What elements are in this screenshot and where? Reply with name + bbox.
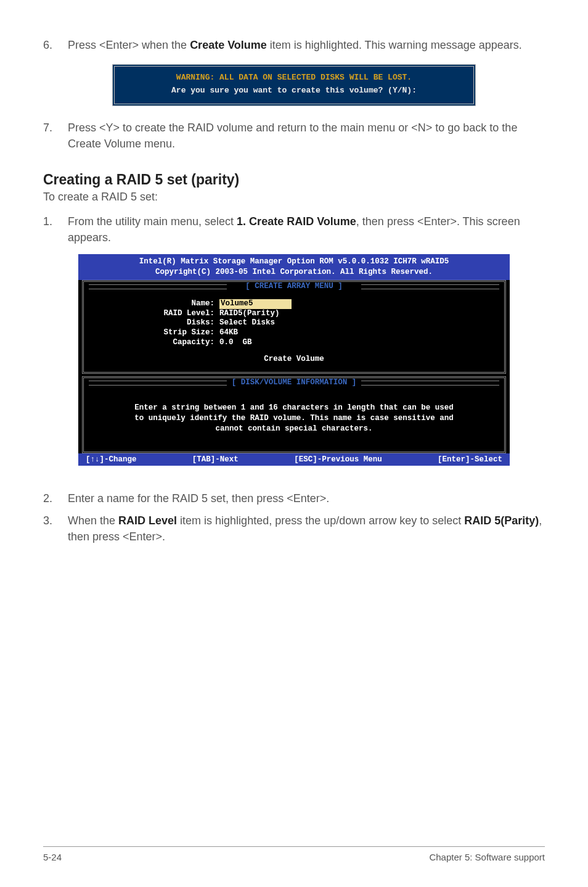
create-array-panel: [ CREATE ARRAY MENU ] Name: Volume5 RAID… (82, 280, 506, 374)
panel-title: [ DISK/VOLUME INFORMATION ] (84, 378, 504, 389)
bios-header: Intel(R) Matrix Storage Manager Option R… (78, 254, 510, 280)
step-7: 7. Press <Y> to create the RAID volume a… (43, 120, 545, 152)
bios-screenshot: Intel(R) Matrix Storage Manager Option R… (78, 254, 510, 466)
panel-title: [ CREATE ARRAY MENU ] (84, 282, 504, 293)
hint-previous: [ESC]-Previous Menu (294, 455, 382, 464)
step-2: 2. Enter a name for the RAID 5 set, then… (43, 490, 545, 506)
step-text: From the utility main menu, select 1. Cr… (68, 213, 545, 245)
help-line: to uniquely identify the RAID volume. Th… (108, 413, 480, 424)
text: item is highlighted, press the up/down a… (177, 514, 464, 527)
text: From the utility main menu, select (68, 215, 237, 228)
label: Name: (108, 299, 219, 309)
value[interactable]: 64KB (219, 328, 480, 338)
label: Disks: (108, 318, 219, 328)
section-subtext: To create a RAID 5 set: (43, 191, 545, 204)
step-text: When the RAID Level item is highlighted,… (68, 513, 545, 545)
step-number: 1. (43, 213, 68, 245)
section-heading: Creating a RAID 5 set (parity) (43, 171, 545, 188)
label: Strip Size: (108, 328, 219, 338)
warning-line: WARNING: ALL DATA ON SELECTED DISKS WILL… (123, 73, 465, 82)
rule-line (89, 284, 227, 289)
hint-change: [↑↓]-Change (86, 455, 137, 464)
confirm-prompt: Are you sure you want to create this vol… (123, 86, 465, 95)
panel-title-text: [ DISK/VOLUME INFORMATION ] (232, 378, 357, 387)
disk-volume-info-panel: [ DISK/VOLUME INFORMATION ] Enter a stri… (82, 376, 506, 453)
step-number: 3. (43, 513, 68, 545)
label: RAID Level: (108, 309, 219, 319)
bios-title-line: Intel(R) Matrix Storage Manager Option R… (82, 257, 506, 267)
value[interactable]: RAID5(Parity) (219, 309, 480, 319)
help-line: Enter a string between 1 and 16 characte… (108, 403, 480, 413)
step-number: 6. (43, 37, 68, 53)
bold-term: RAID 5(Parity) (464, 514, 539, 527)
field-strip-size: Strip Size: 64KB (84, 328, 504, 338)
help-line: cannot contain special characters. (108, 424, 480, 434)
text: Press <Enter> when the (68, 39, 190, 51)
step-text: Press <Y> to create the RAID volume and … (68, 120, 545, 152)
bold-term: 1. Create RAID Volume (237, 215, 356, 228)
rule-line (89, 381, 227, 386)
create-volume-action[interactable]: Create Volume (84, 355, 504, 363)
step-6: 6. Press <Enter> when the Create Volume … (43, 37, 545, 53)
page-number: 5-24 (43, 852, 62, 862)
label: Capacity: (108, 338, 219, 348)
rule-line (361, 381, 499, 386)
value[interactable]: Select Disks (219, 318, 480, 328)
text: item is highlighted. This warning messag… (267, 39, 522, 51)
hint-select: [Enter]-Select (438, 455, 502, 464)
step-text: Press <Enter> when the Create Volume ite… (68, 37, 545, 53)
bios-copyright-line: Copyright(C) 2003-05 Intel Corporation. … (82, 267, 506, 278)
field-disks: Disks: Select Disks (84, 318, 504, 328)
step-3: 3. When the RAID Level item is highlight… (43, 513, 545, 545)
field-raid-level: RAID Level: RAID5(Parity) (84, 309, 504, 319)
step-number: 7. (43, 120, 68, 152)
page-footer: 5-24 Chapter 5: Software support (43, 846, 545, 862)
step-number: 2. (43, 490, 68, 506)
bios-warning-dialog: WARNING: ALL DATA ON SELECTED DISKS WILL… (112, 64, 476, 106)
rule-line (361, 284, 499, 289)
panel-title-text: [ CREATE ARRAY MENU ] (245, 282, 343, 291)
value[interactable]: 0.0 GB (219, 338, 480, 348)
step-text: Enter a name for the RAID 5 set, then pr… (68, 490, 545, 506)
bios-key-hints: [↑↓]-Change [TAB]-Next [ESC]-Previous Me… (78, 453, 510, 466)
field-name: Name: Volume5 (84, 299, 504, 309)
bold-term: Create Volume (190, 39, 267, 51)
text: When the (68, 514, 118, 527)
name-input[interactable]: Volume5 (219, 299, 255, 309)
help-text: Enter a string between 1 and 16 characte… (84, 389, 504, 440)
hint-next: [TAB]-Next (192, 455, 239, 464)
step-1: 1. From the utility main menu, select 1.… (43, 213, 545, 245)
chapter-label: Chapter 5: Software support (429, 852, 545, 862)
field-capacity: Capacity: 0.0 GB (84, 338, 504, 348)
bold-term: RAID Level (118, 514, 177, 527)
